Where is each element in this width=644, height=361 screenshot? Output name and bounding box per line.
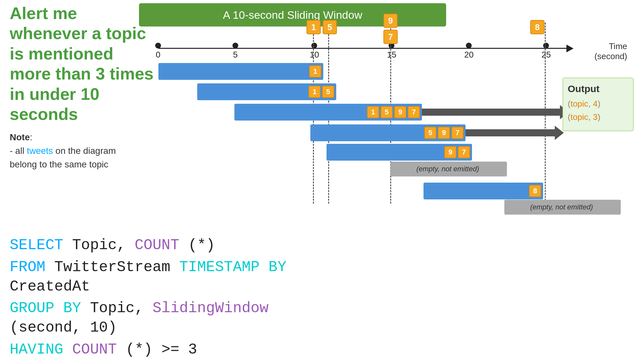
diagram-title: A 10-second Sliding Window (223, 9, 362, 21)
window-bar-4: 5 9 7 (310, 124, 466, 141)
sql-line-1: SELECT Topic, COUNT (*) (10, 236, 333, 255)
bar-badge-8f: 8 (529, 185, 541, 197)
sql-line-2: FROM TwitterStream TIMESTAMP BY CreatedA… (10, 258, 333, 297)
empty-bar-1: (empty, not emitted) (391, 162, 507, 176)
bar-badge-1a: 1 (309, 65, 321, 78)
note-label: Note (10, 132, 30, 142)
window-bar-3: 1 5 9 7 (234, 104, 422, 121)
time-label: Time (second) (595, 41, 627, 61)
kw-slidingwindow: SlidingWindow (153, 300, 269, 317)
bar-badge-5d: 5 (424, 127, 436, 139)
diagram-area: A 10-second Sliding Window Time (second)… (139, 3, 634, 223)
output-item-1: (topic, 4) (568, 99, 628, 109)
tick-dot-5 (232, 43, 238, 48)
event-badge-8-top: 8 (530, 20, 544, 34)
kw-count-1: COUNT (134, 237, 179, 254)
timeline-line (158, 48, 572, 49)
title-bar: A 10-second Sliding Window (139, 3, 446, 27)
bar-badge-9d: 9 (438, 127, 450, 139)
bar-badge-9e: 9 (444, 146, 456, 158)
empty-bar-2: (empty, not emitted) (504, 200, 621, 215)
tick-dot-10 (311, 43, 317, 48)
kw-count-2: COUNT (72, 341, 117, 358)
tick-25: 25 (542, 42, 551, 60)
sql-section: SELECT Topic, COUNT (*) FROM TwitterStre… (10, 236, 333, 361)
note-line1: - all (10, 146, 27, 156)
output-title: Output (568, 83, 628, 94)
tweets-word: tweets (27, 146, 53, 156)
event-badge-1-top: 1 (306, 20, 321, 34)
kw-having: HAVING (10, 341, 63, 358)
tick-15: 15 (387, 42, 396, 60)
output-topic-1: topic (571, 99, 588, 109)
kw-timestamp: TIMESTAMP BY (179, 259, 286, 276)
bar-badge-1c: 1 (367, 106, 379, 118)
bar-badge-7e: 7 (458, 146, 470, 158)
window-bar-1: 1 (158, 63, 323, 80)
sql-topic-1: Topic, (72, 237, 134, 254)
tick-label-5: 5 (233, 50, 238, 60)
kw-groupby: GROUP BY (10, 300, 81, 317)
note-line3: belong to the same topic (10, 159, 108, 169)
empty-label-1: (empty, not emitted) (416, 165, 479, 173)
sql-paren-1: (*) (188, 237, 215, 254)
window-bar-3-ext (422, 109, 561, 116)
bar-badge-5b: 5 (322, 86, 334, 98)
sql-line-4: HAVING COUNT (*) >= 3 (10, 340, 333, 360)
tick-label-15: 15 (387, 50, 396, 60)
tick-20: 20 (464, 42, 474, 60)
sql-stream: TwitterStream (54, 259, 179, 276)
bar-badge-5c: 5 (381, 106, 393, 118)
empty-label-2: (empty, not emitted) (530, 203, 593, 211)
sql-having-rest: (*) >= 3 (126, 341, 197, 358)
sql-line-3: GROUP BY Topic, SlidingWindow (second, 1… (10, 299, 333, 338)
output-item-2: (topic, 3) (568, 112, 628, 122)
window-bar-5: 9 7 (327, 144, 472, 161)
alert-text: Alert me whenever a topic is mentioned m… (10, 3, 158, 124)
timeline-container: 0 5 10 15 20 25 (139, 42, 592, 55)
window-bar-6: 8 (424, 183, 543, 199)
tick-label-10: 10 (310, 50, 319, 60)
sql-createdat: CreatedAt (10, 278, 90, 295)
bar-badge-7c: 7 (408, 106, 420, 118)
tick-10: 10 (310, 42, 319, 60)
output-topic-2: topic (571, 112, 588, 122)
tick-label-0: 0 (156, 50, 160, 60)
tick-0: 0 (155, 42, 161, 60)
bar-badge-9c: 9 (394, 106, 406, 118)
timeline-arrow (566, 45, 574, 52)
tick-5: 5 (232, 42, 238, 60)
tick-dot-0 (155, 43, 161, 48)
bar-badge-1b: 1 (308, 86, 321, 98)
tick-dot-25 (543, 43, 549, 48)
event-badge-5-top: 5 (323, 20, 337, 34)
tick-label-20: 20 (464, 50, 474, 60)
tick-dot-20 (466, 43, 472, 48)
event-badge-7-top: 7 (383, 30, 398, 44)
window-bar-4-ext (466, 129, 556, 136)
note-line2: on the diagram (53, 146, 116, 156)
tick-label-25: 25 (542, 50, 551, 60)
kw-select: SELECT (10, 237, 63, 254)
sql-window-params: (second, 10) (10, 319, 117, 336)
output-panel: Output (topic, 4) (topic, 3) (563, 78, 634, 131)
event-badge-9-top: 9 (383, 14, 398, 28)
sql-topic-2: Topic, (90, 300, 152, 317)
output-count-1: 4 (593, 99, 597, 109)
window-bar-2: 1 5 (197, 83, 336, 100)
bar-badge-7d: 7 (451, 127, 464, 139)
kw-from: FROM (10, 259, 45, 276)
note-section: Note: - all tweets on the diagram belong… (10, 131, 158, 171)
output-count-2: 3 (593, 112, 597, 122)
left-panel: Alert me whenever a topic is mentioned m… (10, 3, 158, 171)
